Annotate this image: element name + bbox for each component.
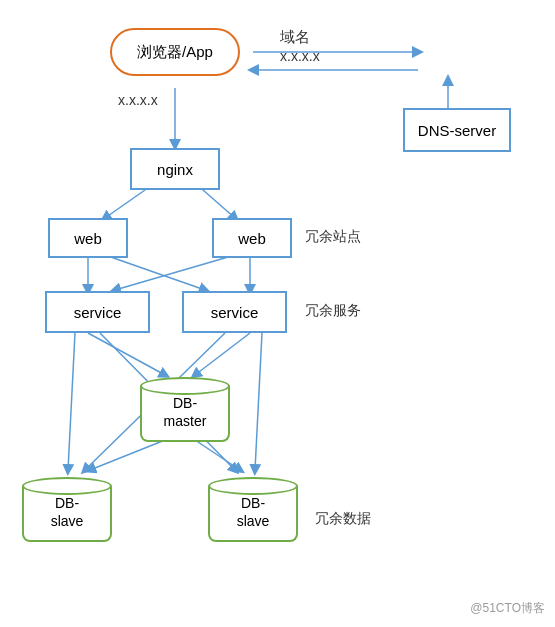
ip-top-label: x.x.x.x xyxy=(280,48,320,64)
watermark: @51CTO博客 xyxy=(470,600,545,617)
domain-label: 域名 xyxy=(280,28,310,47)
web2-node: web xyxy=(212,218,292,258)
ip-label-left: x.x.x.x xyxy=(118,92,158,108)
svg-line-5 xyxy=(115,255,235,290)
browser-node: 浏览器/App xyxy=(110,28,240,76)
db-master-top xyxy=(140,377,230,395)
diagram: 浏览器/App x.x.x.x 域名 x.x.x.x DNS-server ng… xyxy=(0,0,555,627)
db-slave2-wrapper: DB- slave xyxy=(208,468,298,542)
db-slave2-top xyxy=(208,477,298,495)
redundant-data-label: 冗余数据 xyxy=(315,510,371,528)
nginx-node: nginx xyxy=(130,148,220,190)
svg-line-12 xyxy=(255,333,262,470)
redundant-service-label: 冗余服务 xyxy=(305,302,361,320)
svg-line-14 xyxy=(195,440,240,470)
service1-node: service xyxy=(45,291,150,333)
svg-line-9 xyxy=(68,333,75,470)
dns-node: DNS-server xyxy=(403,108,511,152)
web1-node: web xyxy=(48,218,128,258)
svg-line-13 xyxy=(90,440,165,470)
redundant-site-label: 冗余站点 xyxy=(305,228,361,246)
db-slave1-wrapper: DB- slave xyxy=(22,468,112,542)
service2-node: service xyxy=(182,291,287,333)
db-master-wrapper: DB- master xyxy=(140,368,230,442)
svg-line-4 xyxy=(105,255,205,290)
db-slave1-top xyxy=(22,477,112,495)
